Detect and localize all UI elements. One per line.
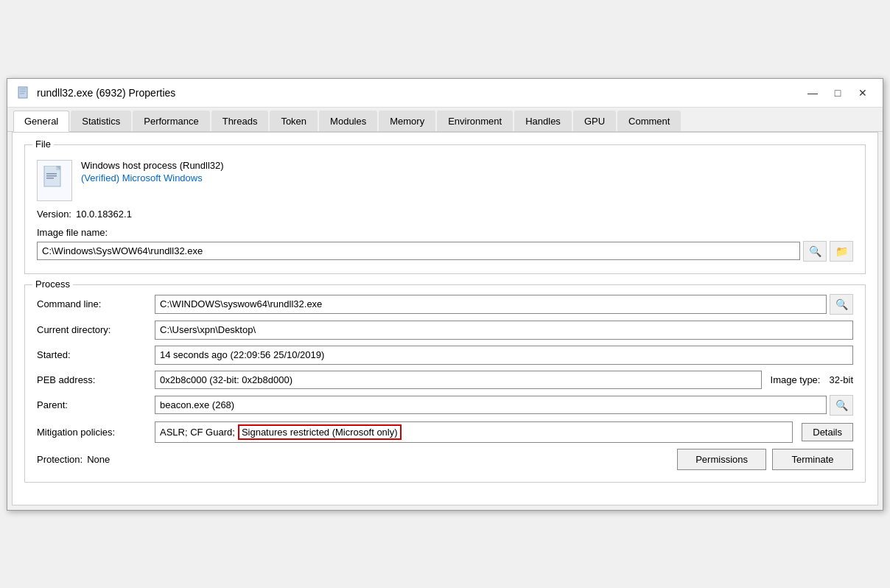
- svg-rect-3: [20, 93, 24, 94]
- permissions-button[interactable]: Permissions: [677, 449, 766, 470]
- search-icon: 🔍: [809, 245, 821, 257]
- file-type-icon: [37, 160, 72, 201]
- svg-rect-2: [20, 91, 26, 92]
- command-line-search-button[interactable]: 🔍: [830, 294, 853, 315]
- file-display-name: Windows host process (Rundll32): [81, 160, 224, 171]
- parent-label: Parent:: [37, 399, 155, 410]
- peb-input[interactable]: [155, 371, 762, 389]
- window-controls: — □ ✕: [802, 85, 874, 101]
- mitigation-row: Mitigation policies: ASLR; CF Guard;Sign…: [37, 421, 853, 443]
- image-file-search-button[interactable]: 🔍: [803, 241, 827, 262]
- svg-rect-1: [20, 88, 26, 90]
- mitigation-value-box: ASLR; CF Guard;Signatures restricted (Mi…: [155, 421, 793, 443]
- title-bar-left: rundll32.exe (6932) Properties: [16, 85, 175, 100]
- details-button[interactable]: Details: [802, 423, 853, 441]
- protection-row: Protection: None Permissions Terminate: [37, 449, 853, 470]
- version-row: Version: 10.0.18362.1: [37, 209, 853, 220]
- tab-statistics[interactable]: Statistics: [71, 111, 131, 131]
- peb-row: PEB address: Image type: 32-bit: [37, 371, 853, 389]
- image-type-label: Image type:: [771, 374, 821, 385]
- maximize-button[interactable]: □: [827, 85, 849, 101]
- window-title: rundll32.exe (6932) Properties: [37, 87, 175, 99]
- image-file-input[interactable]: [37, 242, 800, 260]
- mitigation-highlighted-text: Signatures restricted (Microsoft only): [238, 424, 402, 440]
- tab-modules[interactable]: Modules: [319, 111, 377, 131]
- svg-rect-7: [46, 173, 57, 175]
- search-icon: 🔍: [835, 399, 848, 411]
- current-dir-label: Current directory:: [37, 324, 155, 335]
- peb-label: PEB address:: [37, 374, 155, 385]
- tab-threads[interactable]: Threads: [211, 111, 269, 131]
- title-bar: rundll32.exe (6932) Properties — □ ✕: [7, 79, 883, 108]
- tab-general[interactable]: General: [13, 111, 69, 132]
- version-label: Version:: [37, 209, 71, 220]
- file-section-label: File: [32, 139, 54, 150]
- process-section: Process Command line: 🔍 Current director…: [24, 284, 866, 483]
- command-line-label: Command line:: [37, 298, 155, 309]
- started-row: Started:: [37, 346, 853, 365]
- file-section: File Windows host process (Rundll32) (Ve…: [24, 144, 866, 274]
- close-button[interactable]: ✕: [852, 85, 874, 101]
- document-svg-icon: [43, 166, 66, 195]
- image-type-value: 32-bit: [829, 374, 853, 385]
- tab-environment[interactable]: Environment: [437, 111, 513, 131]
- process-section-label: Process: [32, 279, 73, 290]
- command-line-row: Command line: 🔍: [37, 294, 853, 315]
- tab-handles[interactable]: Handles: [514, 111, 572, 131]
- command-line-input[interactable]: [155, 295, 827, 314]
- properties-window: rundll32.exe (6932) Properties — □ ✕ Gen…: [7, 78, 883, 511]
- svg-rect-9: [46, 178, 54, 179]
- tab-gpu[interactable]: GPU: [573, 111, 616, 131]
- tab-bar: General Statistics Performance Threads T…: [7, 108, 883, 132]
- version-value: 10.0.18362.1: [76, 209, 132, 220]
- folder-icon: 📁: [835, 245, 848, 257]
- image-file-label: Image file name:: [37, 227, 853, 238]
- tab-memory[interactable]: Memory: [379, 111, 435, 131]
- image-file-row: 🔍 📁: [37, 241, 853, 262]
- file-info: Windows host process (Rundll32) (Verifie…: [81, 160, 224, 183]
- tab-performance[interactable]: Performance: [133, 111, 209, 131]
- parent-row: Parent: 🔍: [37, 395, 853, 416]
- current-dir-row: Current directory:: [37, 321, 853, 340]
- terminate-button[interactable]: Terminate: [772, 449, 853, 470]
- mitigation-label: Mitigation policies:: [37, 427, 155, 438]
- started-label: Started:: [37, 349, 155, 360]
- bottom-buttons: Permissions Terminate: [677, 449, 853, 470]
- file-header: Windows host process (Rundll32) (Verifie…: [37, 160, 853, 201]
- protection-left: Protection: None: [37, 454, 110, 465]
- protection-value: None: [87, 454, 110, 465]
- parent-input[interactable]: [155, 396, 827, 414]
- window-icon: [16, 85, 31, 100]
- tab-token[interactable]: Token: [270, 111, 318, 131]
- tab-comment[interactable]: Comment: [617, 111, 681, 131]
- protection-label: Protection:: [37, 454, 83, 465]
- parent-search-button[interactable]: 🔍: [830, 395, 853, 416]
- image-file-folder-button[interactable]: 📁: [830, 241, 853, 262]
- file-verified-link[interactable]: (Verified) Microsoft Windows: [81, 172, 224, 183]
- minimize-button[interactable]: —: [802, 85, 824, 101]
- started-input[interactable]: [155, 346, 853, 365]
- mitigation-pre-text: ASLR; CF Guard;: [160, 427, 235, 438]
- svg-rect-8: [46, 175, 57, 177]
- search-icon: 🔍: [835, 298, 848, 310]
- current-dir-input[interactable]: [155, 321, 853, 340]
- tab-content: File Windows host process (Rundll32) (Ve…: [12, 132, 878, 505]
